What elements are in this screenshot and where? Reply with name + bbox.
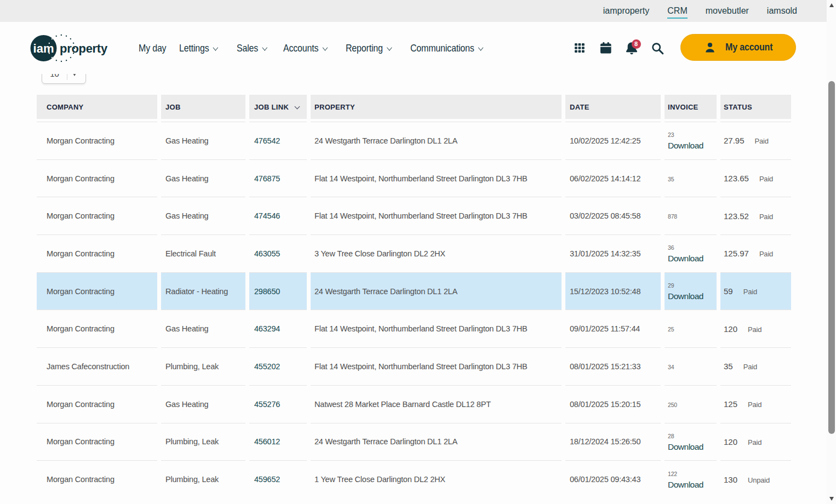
svg-text:iam: iam	[33, 42, 54, 55]
svg-text:property: property	[60, 42, 108, 55]
